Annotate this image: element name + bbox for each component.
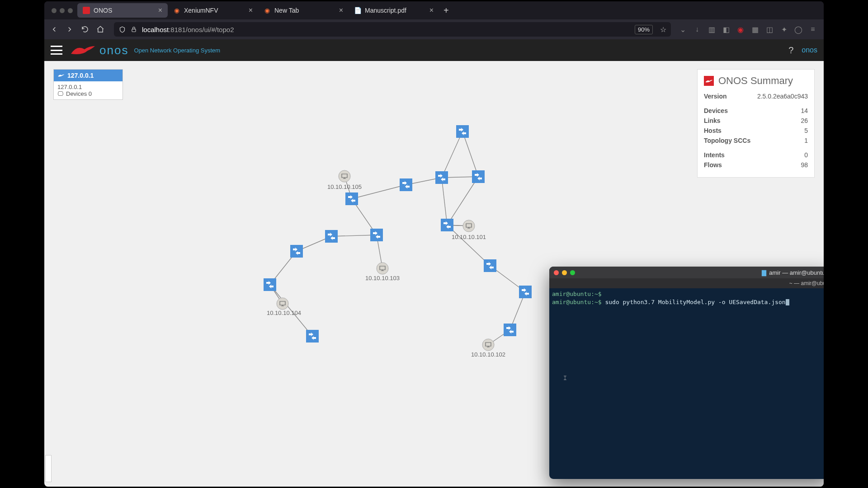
address-bar[interactable]: localhost:8181/onos/ui/#/topo2 90% ☆	[114, 22, 671, 37]
switch-node[interactable]	[370, 229, 383, 241]
switch-node[interactable]	[441, 219, 453, 231]
switch-node[interactable]	[290, 245, 303, 258]
new-tab-button[interactable]: +	[439, 5, 453, 16]
summary-key: Devices	[704, 107, 728, 114]
topology-link[interactable]	[447, 177, 478, 225]
svg-rect-5	[400, 178, 412, 191]
ext-icon-2[interactable]: ▦	[750, 25, 760, 34]
topology-link[interactable]	[447, 225, 469, 226]
menu-icon[interactable]: ≡	[808, 25, 817, 34]
topology-canvas[interactable]: 127.0.0.1 127.0.0.1 🖵Devices 0 ONOS Summ…	[44, 61, 824, 487]
tab-close-icon[interactable]: ×	[249, 6, 253, 14]
terminal-tab-bar[interactable]: ~ — amir@ubu	[549, 278, 824, 288]
home-button[interactable]	[94, 23, 107, 36]
browser-tab[interactable]: 📄Manuscript.pdf×	[349, 3, 439, 18]
switch-node[interactable]	[264, 278, 276, 291]
terminal-title-text: amir — amir@ubuntu	[769, 269, 824, 276]
onos-brand-word: onos	[99, 43, 128, 57]
switch-node[interactable]	[472, 170, 485, 183]
tab-label: ONOS	[94, 7, 112, 14]
switch-node[interactable]	[345, 192, 358, 205]
host-node[interactable]: 10.10.10.102	[471, 339, 505, 358]
svg-rect-3	[435, 171, 448, 184]
switch-node[interactable]	[456, 125, 469, 138]
summary-key: Intents	[704, 151, 725, 159]
topology-link[interactable]	[270, 285, 312, 336]
host-label: 10.10.10.105	[327, 183, 362, 190]
topology-link[interactable]	[406, 178, 442, 185]
topology-link[interactable]	[270, 251, 297, 285]
library-icon[interactable]: ▥	[707, 25, 716, 34]
topology-link[interactable]	[442, 131, 462, 178]
terminal-traffic-lights[interactable]	[554, 270, 575, 275]
svg-point-17	[377, 263, 388, 274]
tab-close-icon[interactable]: ×	[429, 6, 434, 14]
onos-logo: onos Open Network Operating System	[69, 43, 220, 57]
ext-icon-4[interactable]: ✦	[779, 25, 788, 34]
browser-tab[interactable]: ONOS×	[77, 3, 168, 18]
pdf-tab-icon: 📄	[354, 7, 361, 14]
host-node[interactable]: 10.10.10.101	[452, 220, 486, 240]
host-node[interactable]: 10.10.10.103	[365, 263, 400, 282]
browser-tab[interactable]: ◉New Tab×	[258, 3, 349, 18]
onos-brand-subtitle: Open Network Operating System	[134, 47, 220, 54]
topology-link[interactable]	[447, 225, 490, 266]
ext-icon-1[interactable]: ◉	[736, 25, 745, 34]
topology-link[interactable]	[442, 178, 447, 225]
bookmark-star-icon[interactable]: ☆	[660, 25, 666, 34]
user-label[interactable]: onos	[802, 46, 817, 54]
pocket-icon[interactable]: ⌄	[678, 25, 687, 34]
switch-node[interactable]	[484, 259, 496, 272]
back-button[interactable]	[48, 23, 61, 36]
topology-link[interactable]	[297, 236, 331, 251]
tab-close-icon[interactable]: ×	[158, 6, 162, 14]
terminal-output[interactable]: amir@ubuntu:~$ amir@ubuntu:~$ sudo pytho…	[549, 288, 824, 308]
terminal-window[interactable]: ▇ amir — amir@ubuntu ~ — amir@ubu amir@u…	[549, 267, 824, 479]
terminal-line: amir@ubuntu:~$ sudo python3.7 MobilityMo…	[552, 298, 824, 306]
zoom-indicator[interactable]: 90%	[635, 25, 653, 34]
collapsed-panel-handle[interactable]	[45, 455, 52, 482]
topology-link[interactable]	[331, 235, 377, 236]
sidebar-icon[interactable]: ◧	[722, 25, 731, 34]
help-button[interactable]: ?	[788, 45, 793, 56]
browser-tab[interactable]: ◉XeniumNFV×	[168, 3, 258, 18]
topology-link[interactable]	[488, 330, 510, 345]
cluster-panel[interactable]: 127.0.0.1 127.0.0.1 🖵Devices 0	[53, 69, 123, 100]
topology-link[interactable]	[442, 177, 478, 178]
ext-icon-5[interactable]: ◯	[794, 25, 803, 34]
tab-close-icon[interactable]: ×	[339, 6, 343, 14]
topology-link[interactable]	[462, 131, 478, 177]
host-node[interactable]: 10.10.10.104	[267, 298, 301, 316]
topology-link[interactable]	[352, 185, 406, 199]
switch-node[interactable]	[504, 324, 516, 336]
svg-rect-12	[484, 259, 496, 272]
summary-row: Flows98	[704, 160, 808, 170]
switch-node[interactable]	[325, 230, 338, 243]
onos-header: onos Open Network Operating System ? ono…	[44, 39, 824, 61]
forward-button[interactable]	[63, 23, 76, 36]
window-traffic-lights[interactable]	[47, 8, 77, 13]
switch-node[interactable]	[400, 178, 412, 191]
cluster-header[interactable]: 127.0.0.1	[54, 70, 123, 81]
switch-node[interactable]	[435, 171, 448, 184]
switch-node[interactable]	[519, 286, 532, 298]
host-node[interactable]: 10.10.10.105	[327, 170, 362, 190]
ff-tab-icon: ◉	[264, 7, 271, 14]
reload-button[interactable]	[79, 23, 91, 36]
summary-value: 2.5.0.2ea6a0c943	[757, 93, 808, 100]
tab-label: New Tab	[274, 7, 299, 14]
topology-link[interactable]	[377, 235, 382, 268]
topology-link[interactable]	[447, 225, 469, 226]
menu-hamburger-icon[interactable]	[51, 46, 62, 55]
topology-link[interactable]	[510, 292, 525, 330]
topology-link[interactable]	[352, 199, 377, 235]
topology-link[interactable]	[490, 266, 525, 292]
topology-link[interactable]	[344, 176, 352, 199]
switch-node[interactable]	[306, 330, 319, 343]
cluster-header-ip: 127.0.0.1	[67, 72, 94, 79]
downloads-icon[interactable]: ↓	[693, 25, 702, 34]
topology-link[interactable]	[270, 285, 283, 304]
ext-icon-3[interactable]: ◫	[765, 25, 774, 34]
terminal-titlebar[interactable]: ▇ amir — amir@ubuntu	[549, 267, 824, 278]
cluster-bird-icon	[57, 72, 65, 79]
